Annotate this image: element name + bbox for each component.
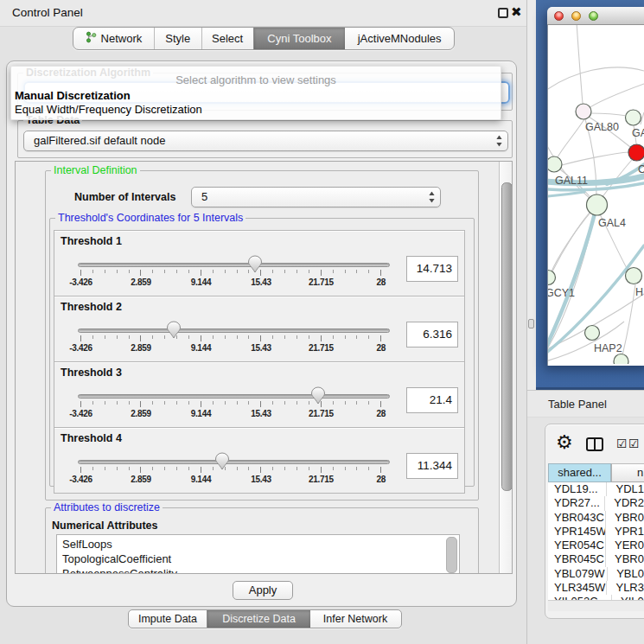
tab-discretize-data[interactable]: Discretize Data (207, 610, 310, 628)
apply-button[interactable]: Apply (233, 581, 293, 600)
table-data-combobox[interactable]: galFiltered.sif default node (23, 131, 508, 151)
interval-definition-group-title: Interval Definition (51, 165, 140, 176)
threshold-value-field[interactable]: 21.4 (406, 387, 458, 413)
table-panel-titlebar: Table Panel (527, 390, 644, 418)
table-cell[interactable]: YPR145W (548, 525, 605, 539)
split-table-icon[interactable] (586, 437, 603, 451)
table-cell[interactable]: YDR27... (548, 496, 604, 510)
gear-icon[interactable]: ⚙ (556, 431, 573, 454)
list-item[interactable]: SelfLoops (57, 535, 459, 552)
popup-hint-item[interactable]: Select algorithm to view settings (11, 73, 501, 86)
list-item[interactable]: BetweennessCentrality (57, 566, 459, 574)
tick-label: 15.43 (251, 277, 271, 287)
tick-label: 2.859 (131, 343, 151, 353)
node-gcy1[interactable] (548, 271, 556, 285)
tab-cyni-toolbox[interactable]: Cyni Toolbox (253, 28, 346, 49)
table-cell[interactable]: YDL19... (548, 482, 606, 496)
checkbox-icon[interactable]: ☑ (616, 437, 628, 450)
tick-label: 2.859 (131, 475, 151, 484)
slider-track[interactable] (78, 460, 390, 464)
table-cell[interactable]: YBL079W (548, 567, 607, 581)
threshold-value-field[interactable]: 14.713 (406, 256, 458, 282)
table-row[interactable]: YPR145WYPR1 (548, 525, 644, 539)
threshold-label: Threshold 3 (61, 367, 122, 379)
close-traffic-light-icon[interactable] (554, 11, 564, 21)
table-row[interactable]: YBL079WYBL0 (548, 567, 644, 581)
slider-thumb[interactable] (214, 452, 230, 470)
network-nodes[interactable] (548, 104, 644, 364)
threshold-value-field[interactable]: 11.344 (406, 453, 458, 479)
table-cell[interactable]: YPR1 (605, 525, 644, 539)
slider-thumb[interactable] (166, 321, 182, 339)
tick-label: 28 (377, 409, 386, 418)
table-row[interactable]: YER054CYER0 (548, 539, 644, 552)
number-of-intervals-spinner[interactable]: 5 (191, 187, 441, 207)
tick-label: 21.715 (309, 343, 334, 353)
control-panel-title: Control Panel (12, 6, 83, 19)
checkbox-icon[interactable]: ☑ (628, 437, 640, 450)
node-gal80[interactable] (576, 104, 591, 119)
table-cell[interactable]: YBR045C (548, 552, 605, 566)
node-h[interactable] (626, 268, 642, 284)
network-window-titlebar[interactable] (547, 7, 644, 25)
node-ga[interactable] (626, 110, 641, 125)
table-cell[interactable]: YBL0 (607, 567, 644, 581)
tab-impute-data[interactable]: Impute Data (129, 610, 207, 628)
slider-thumb[interactable] (310, 386, 326, 405)
attributes-list-scrollbar[interactable] (446, 537, 457, 573)
node-label: GCY1 (548, 287, 575, 299)
slider-major-ticks (80, 335, 382, 341)
table-body[interactable]: YDL19...YDL1 YDR27...YDR2 YBR043CYBR0 YP… (548, 482, 644, 600)
table-cell[interactable]: YBR0 (605, 511, 644, 525)
tab-select-label: Select (212, 32, 243, 45)
network-canvas[interactable]: GAL80 GA C GAL11 GAL4 GCY1 H HAP2 (548, 25, 644, 364)
table-cell[interactable]: YDL1 (606, 482, 644, 496)
numerical-attributes-list[interactable]: SelfLoops TopologicalCoefficient Between… (56, 534, 460, 574)
node-bottom[interactable] (614, 354, 628, 365)
threshold-value-field[interactable]: 6.316 (406, 322, 458, 348)
float-window-icon[interactable] (498, 8, 508, 18)
threshold-box-2: Threshold 2 -3.426 2.859 9.144 15.43 21.… (54, 296, 465, 362)
slider-track[interactable] (78, 394, 390, 399)
tick-label: 28 (377, 343, 386, 353)
node-hap2[interactable] (585, 326, 600, 341)
table-row[interactable]: YDL19...YDL1 (548, 482, 644, 496)
table-header-shared-name[interactable]: shared... (548, 463, 611, 482)
table-cell[interactable]: YBR043C (548, 511, 605, 525)
tab-select[interactable]: Select (201, 28, 253, 49)
node-gal4[interactable] (587, 194, 608, 215)
table-row[interactable]: YBR043CYBR0 (548, 511, 644, 525)
table-cell[interactable]: YBR0 (605, 552, 644, 566)
tab-jactivemnodules[interactable]: jActiveMNodules (345, 28, 454, 49)
node-red[interactable] (628, 144, 644, 161)
tab-network[interactable]: Network (73, 28, 154, 49)
node-gal11[interactable] (548, 156, 562, 172)
popup-item-equal-width[interactable]: Equal Width/Frequency Discretization (15, 103, 202, 116)
table-cell[interactable]: YLR3 (606, 581, 644, 595)
tab-style[interactable]: Style (154, 28, 201, 49)
slider-track[interactable] (78, 328, 390, 333)
table-row[interactable]: YBR045CYBR0 (548, 552, 644, 566)
table-header-name[interactable]: n (611, 463, 644, 482)
tab-style-label: Style (165, 32, 190, 45)
table-cell[interactable]: YLR345W (548, 581, 606, 595)
list-item[interactable]: TopologicalCoefficient (57, 552, 459, 566)
splitter-grip[interactable] (528, 319, 534, 328)
slider-thumb[interactable] (247, 255, 263, 273)
close-icon[interactable]: ✖ (511, 4, 522, 20)
table-cell[interactable]: YDR2 (604, 496, 644, 510)
settings-scrollbar-track[interactable] (499, 162, 513, 573)
table-cell[interactable]: YER054C (548, 539, 605, 552)
popup-item-manual-discretization[interactable]: Manual Discretization (15, 89, 131, 102)
node-label: H (635, 286, 643, 298)
settings-scrollbar-thumb[interactable] (501, 182, 513, 491)
tab-infer-network[interactable]: Infer Network (310, 610, 400, 628)
table-cell[interactable]: YER0 (605, 539, 644, 552)
table-row[interactable]: YLR345WYLR3 (548, 581, 644, 595)
zoom-traffic-light-icon[interactable] (589, 11, 598, 21)
minimize-traffic-light-icon[interactable] (571, 11, 581, 21)
table-row[interactable]: YDR27...YDR2 (548, 496, 644, 510)
slider-track[interactable] (78, 263, 390, 267)
table-hscrollbar-track[interactable] (548, 600, 644, 611)
threshold-label: Threshold 2 (61, 301, 122, 313)
